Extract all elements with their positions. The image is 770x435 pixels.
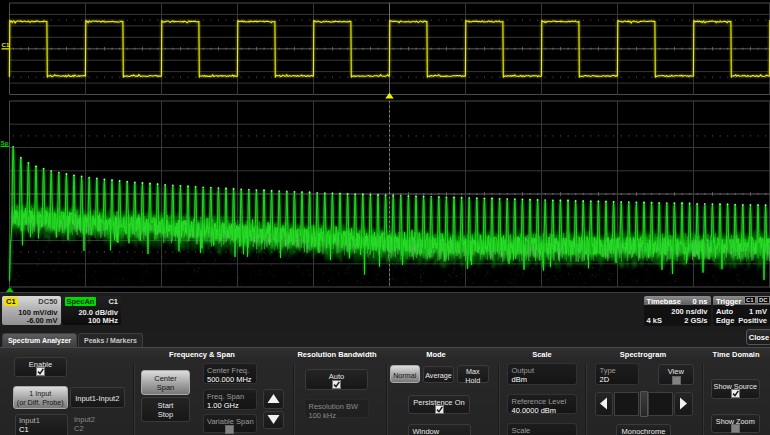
svg-text:C1: C1: [2, 41, 10, 48]
svg-text:Sp: Sp: [1, 139, 9, 146]
